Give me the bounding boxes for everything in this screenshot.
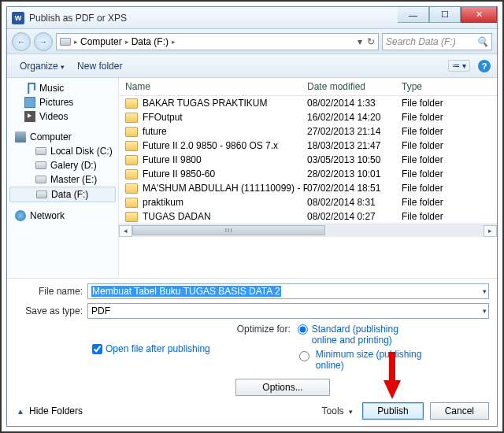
horizontal-scrollbar[interactable]: ◂ III ▸	[119, 224, 497, 237]
file-date: 18/03/2013 21:47	[307, 140, 402, 151]
file-type: File folder	[402, 112, 497, 123]
file-type: File folder	[402, 154, 497, 165]
nav-computer[interactable]: Computer	[7, 130, 118, 144]
forward-button[interactable]: →	[34, 32, 53, 51]
nav-music[interactable]: Music	[7, 81, 118, 95]
folder-icon	[125, 212, 138, 222]
column-headers[interactable]: Name Date modified Type	[119, 78, 497, 96]
file-name: Future II 2.0 9850 - 9860 OS 7.x	[143, 140, 278, 151]
view-menu-icon[interactable]: ≔ ▾	[448, 60, 470, 72]
file-list: Name Date modified Type BAKAR TUGAS PRAK…	[119, 78, 497, 278]
col-name[interactable]: Name	[122, 81, 307, 92]
file-date: 27/02/2013 21:14	[307, 126, 402, 137]
drive-icon	[35, 161, 46, 169]
filename-input[interactable]: Membuat Tabel Buku TUGAS BASIS DATA 2 ▾	[87, 283, 489, 299]
file-type: File folder	[402, 168, 497, 179]
file-name: Future II 9850-60	[143, 168, 215, 179]
folder-icon	[125, 155, 138, 165]
crumb-drive[interactable]: Data (F:)	[132, 36, 169, 47]
chevron-right-icon: ▸	[125, 38, 129, 46]
nav-pictures[interactable]: Pictures	[7, 95, 118, 109]
file-date: 07/02/2014 18:51	[307, 183, 402, 194]
search-placeholder: Search Data (F:)	[386, 36, 456, 47]
nav-network[interactable]: Network	[7, 209, 118, 223]
optimize-minimum-label[interactable]: Minimum size (publishing online)	[316, 349, 426, 371]
file-name: TUGAS DADAN	[143, 211, 211, 222]
drive-icon	[36, 191, 47, 198]
file-name: Future II 9800	[143, 154, 202, 165]
drive-icon	[35, 176, 46, 183]
nav-drive-f[interactable]: Data (F:)	[9, 187, 116, 202]
table-row[interactable]: Future II 980003/05/2013 10:50File folde…	[119, 153, 497, 167]
new-folder-button[interactable]: New folder	[71, 58, 128, 74]
nav-drive-d[interactable]: Galery (D:)	[7, 158, 118, 172]
table-row[interactable]: MA'SHUM ABDULLAH (111110099) - PRA...07/…	[119, 181, 497, 195]
refresh-icon[interactable]: ↻	[367, 36, 375, 47]
folder-icon	[125, 141, 138, 151]
file-name: praktikum	[143, 197, 183, 208]
options-button[interactable]: Options...	[235, 379, 330, 396]
chevron-down-icon[interactable]: ▾	[483, 287, 487, 295]
file-date: 08/02/2014 0:27	[307, 211, 402, 222]
saveas-label: Save as type:	[15, 305, 87, 316]
table-row[interactable]: future27/02/2013 21:14File folder	[119, 124, 497, 139]
toolbar: Organize ▾ New folder ≔ ▾ ?	[7, 54, 497, 78]
computer-icon	[60, 38, 71, 46]
saveas-select[interactable]: PDF ▾	[87, 303, 489, 319]
minimize-button[interactable]: —	[398, 7, 429, 23]
videos-icon	[24, 111, 35, 122]
file-name: BAKAR TUGAS PRAKTIKUM	[143, 98, 267, 109]
scroll-right-icon[interactable]: ▸	[484, 225, 497, 237]
breadcrumb[interactable]: ▸Computer ▸Data (F:) ▸ ▾ ↻	[56, 33, 379, 50]
table-row[interactable]: FFOutput16/02/2014 14:20File folder	[119, 110, 497, 124]
file-date: 08/02/2014 1:33	[307, 98, 402, 109]
chevron-right-icon: ▸	[74, 38, 78, 46]
drive-icon	[35, 147, 46, 155]
filename-value: Membuat Tabel Buku TUGAS BASIS DATA 2	[91, 286, 281, 297]
open-after-checkbox[interactable]: Open file after publishing	[92, 324, 210, 374]
optimize-minimum-radio[interactable]	[299, 351, 309, 361]
optimize-label: Optimize for:	[237, 324, 291, 335]
optimize-standard-label[interactable]: Standard (publishing online and printing…	[312, 324, 422, 346]
file-type: File folder	[402, 126, 497, 137]
file-name: FFOutput	[143, 112, 183, 123]
open-after-input[interactable]	[92, 344, 102, 354]
computer-icon	[15, 131, 26, 142]
filename-label: File name:	[15, 286, 87, 297]
collapse-icon[interactable]: ▲	[15, 405, 26, 416]
help-icon[interactable]: ?	[478, 60, 491, 72]
col-date[interactable]: Date modified	[307, 81, 402, 92]
scroll-left-icon[interactable]: ◂	[119, 225, 132, 237]
maximize-button[interactable]: ☐	[429, 7, 461, 23]
table-row[interactable]: BAKAR TUGAS PRAKTIKUM08/02/2014 1:33File…	[119, 96, 497, 110]
file-date: 16/02/2014 14:20	[307, 112, 402, 123]
table-row[interactable]: praktikum08/02/2014 8:31File folder	[119, 195, 497, 209]
optimize-standard-radio[interactable]	[298, 324, 308, 335]
back-button[interactable]: ←	[12, 32, 31, 51]
table-row[interactable]: Future II 9850-6028/02/2013 10:01File fo…	[119, 167, 497, 181]
address-bar: ← → ▸Computer ▸Data (F:) ▸ ▾ ↻ Search Da…	[7, 29, 497, 54]
search-input[interactable]: Search Data (F:) 🔍	[382, 33, 492, 50]
publish-button[interactable]: Publish	[362, 402, 423, 420]
nav-drive-e[interactable]: Master (E:)	[7, 172, 118, 187]
address-dropdown-icon[interactable]: ▾	[358, 36, 362, 47]
nav-drive-c[interactable]: Local Disk (C:)	[7, 144, 118, 158]
close-button[interactable]: ✕	[461, 7, 497, 23]
table-row[interactable]: Future II 2.0 9850 - 9860 OS 7.x18/03/20…	[119, 139, 497, 153]
folder-icon	[125, 127, 138, 137]
organize-menu[interactable]: Organize ▾	[13, 58, 71, 74]
file-type: File folder	[402, 140, 497, 151]
file-name: future	[143, 126, 167, 137]
folder-icon	[125, 169, 138, 179]
col-type[interactable]: Type	[402, 81, 497, 92]
scroll-thumb[interactable]: III	[132, 225, 325, 235]
tools-menu[interactable]: Tools ▾	[322, 405, 354, 416]
navigation-tree: Music Pictures Videos Computer Local Dis…	[7, 78, 119, 278]
chevron-down-icon: ▾	[349, 408, 353, 416]
crumb-computer[interactable]: Computer	[80, 36, 122, 47]
cancel-button[interactable]: Cancel	[430, 402, 489, 420]
table-row[interactable]: TUGAS DADAN08/02/2014 0:27File folder	[119, 209, 497, 224]
hide-folders-link[interactable]: Hide Folders	[29, 405, 83, 416]
nav-videos[interactable]: Videos	[7, 109, 118, 124]
chevron-down-icon[interactable]: ▾	[483, 307, 487, 315]
